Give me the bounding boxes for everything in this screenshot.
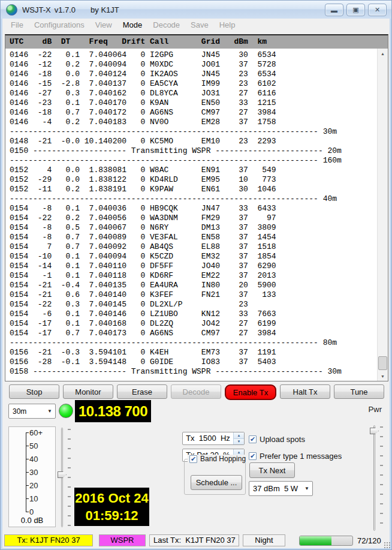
- table-body: 0146 -22 0.1 7.040064 0 I2GPG JN45 30 65…: [5, 49, 378, 381]
- status-tx-message: Tx: K1JT FN20 37: [4, 534, 93, 546]
- slider-groove: [373, 425, 375, 531]
- menu-configurations: Configurations: [29, 20, 90, 29]
- menu-view: View: [90, 20, 117, 29]
- enable-tx-button[interactable]: Enable Tx: [225, 384, 276, 400]
- decode-table: UTC dB DT Freq Drift Call Grid dBm km 01…: [5, 34, 388, 381]
- schedule-button[interactable]: Schedule ...: [191, 475, 242, 490]
- minimize-button[interactable]: ▬: [325, 4, 343, 16]
- maximize-icon: ▣: [352, 6, 358, 14]
- meter-value: 0.0 dB: [9, 516, 55, 525]
- window-title: WSJT-X: [22, 5, 51, 14]
- meter-tick: 50: [26, 441, 38, 450]
- table-row: 0154 -17 0.7 7.040173 0 AG6NS CM97 27 39…: [10, 329, 378, 338]
- status-last-tx: Last Tx: K1JT FN20 37: [149, 534, 239, 546]
- transmit-row: 0150 -------------------- Transmitting W…: [10, 146, 378, 156]
- toolbar: StopMonitorEraseDecodeEnable TxHalt TxTu…: [5, 384, 388, 399]
- table-row: 0154 -14 0.1 7.040110 0 DF5FF JO40 37 62…: [10, 262, 378, 271]
- meter-tick: 60+: [26, 428, 43, 437]
- checkbox-checked-icon: ✔: [249, 452, 257, 460]
- scrollbar-thumb[interactable]: [378, 356, 387, 370]
- scroll-up-icon[interactable]: ▲: [378, 49, 388, 58]
- tx-progress-bar: [299, 536, 353, 546]
- status-night: Night: [243, 534, 285, 546]
- table-row: 0156 -28 -0.1 3.594148 0 G0IDE IO83 37 5…: [10, 357, 378, 367]
- band-separator: ----------------------------------------…: [10, 194, 378, 204]
- table-row: 0146 -22 0.1 7.040064 0 I2GPG JN45 30 65…: [10, 50, 378, 60]
- tx-next-button[interactable]: Tx Next: [249, 462, 295, 478]
- resize-grip[interactable]: [384, 542, 390, 548]
- rx-status-lamp: [59, 404, 73, 418]
- table-row: 0154 -8 0.7 7.040089 0 VE3FAL EN58 37 14…: [10, 233, 378, 242]
- band-separator: ----------------------------------------…: [10, 127, 378, 137]
- table-row: 0154 -10 0.1 7.040094 0 K5CZD EM32 37 18…: [10, 252, 378, 262]
- date-value: 2016 Oct 24: [74, 489, 149, 507]
- tx-freq-spinner[interactable]: Tx 1500 Hz ▲ ▼: [182, 432, 245, 445]
- table-row: 0154 -17 0.1 7.040168 0 DL2ZQ JO42 27 61…: [10, 319, 378, 329]
- maximize-button[interactable]: ▣: [346, 4, 365, 16]
- meter-tick: 40: [26, 455, 38, 464]
- close-button[interactable]: ✕: [368, 4, 387, 16]
- pwr-label: Pwr: [369, 405, 382, 414]
- slider-ticks: [380, 426, 383, 530]
- scroll-down-icon[interactable]: ▼: [378, 371, 388, 381]
- dial-frequency-display[interactable]: 10.138 700: [75, 400, 151, 422]
- power-value: 37 dBm 5 W: [253, 484, 298, 493]
- table-row: 0146 -27 0.3 7.040162 0 DL8YCA JO31 27 6…: [10, 89, 378, 98]
- slider-ticks: [68, 429, 71, 526]
- table-row: 0146 -18 0.7 7.040172 0 AG6NS CM97 27 39…: [10, 108, 378, 118]
- stop-button[interactable]: Stop: [9, 384, 59, 399]
- meter-tick: 0: [26, 507, 34, 516]
- slider-thumb[interactable]: [370, 428, 379, 434]
- slider-thumb[interactable]: [58, 471, 67, 478]
- window-controls: ▬ ▣ ✕: [325, 4, 387, 16]
- table-row: 0154 -21 -0.4 7.040135 0 EA4URA IN80 20 …: [10, 281, 378, 290]
- spinner-arrows[interactable]: ▲ ▼: [233, 432, 244, 444]
- band-hopping-checkbox[interactable]: ✔ Band Hopping: [188, 455, 248, 463]
- band-select[interactable]: 30m ▼: [8, 404, 56, 419]
- monitor-button[interactable]: Monitor: [63, 384, 113, 399]
- table-row: 0154 -8 0.1 7.040036 0 HB9CQK JN47 33 64…: [10, 204, 378, 214]
- halt-tx-button[interactable]: Halt Tx: [280, 384, 330, 399]
- menu-mode[interactable]: Mode: [117, 20, 148, 29]
- table-row: 0154 7 0.7 7.040092 0 AB4QS EL88 37 1518: [10, 242, 378, 252]
- menu-decode: Decode: [147, 20, 185, 29]
- table-row: 0154 -1 0.1 7.040118 0 KD6RF EM22 37 201…: [10, 271, 378, 281]
- meter-tick: 20: [26, 481, 38, 490]
- checkbox-checked-icon: ✔: [189, 455, 197, 463]
- upload-spots-label: Upload spots: [260, 435, 305, 444]
- prefer-type1-checkbox[interactable]: ✔ Prefer type 1 messages: [249, 452, 342, 461]
- meter-tick: 30: [26, 468, 38, 477]
- table-scrollbar[interactable]: ▲ ▼: [377, 49, 388, 381]
- table-row: 0154 -8 0.5 7.040067 0 N6RY DM13 37 3809: [10, 223, 378, 233]
- table-row: 0154 -21 0.6 7.040140 0 K3FEF FN21 37 13…: [10, 290, 378, 300]
- erase-button[interactable]: Erase: [117, 384, 167, 399]
- pwr-slider[interactable]: [369, 425, 383, 531]
- menu-save: Save: [185, 20, 214, 29]
- band-separator: ----------------------------------------…: [10, 338, 378, 348]
- title-bar: WSJT-X v1.7.0 by K1JT ▬ ▣ ✕: [1, 1, 391, 19]
- upload-spots-checkbox[interactable]: ✔ Upload spots: [249, 435, 305, 444]
- tx-progress-count: 72/120: [357, 536, 381, 545]
- table-row: 0152 4 0.0 1.838081 0 W8AC EN91 37 549: [10, 166, 378, 175]
- status-mode-badge: WSPR: [99, 534, 146, 546]
- window-byline: by K1JT: [91, 5, 119, 14]
- power-select[interactable]: 37 dBm 5 W ▼: [249, 481, 313, 496]
- band-value: 30m: [13, 407, 26, 416]
- table-header: UTC dB DT Freq Drift Call Grid dBm km: [5, 35, 388, 49]
- wsjtx-globe-icon: [6, 4, 17, 16]
- table-row: 0146 -15 -2.8 7.040137 0 EA5CYA IM99 23 …: [10, 79, 378, 89]
- chevron-down-icon: ▼: [304, 486, 309, 491]
- table-row: 0152 -29 0.0 1.838122 0 KD4RLD EM95 10 7…: [10, 175, 378, 185]
- tx-freq-value: Tx 1500 Hz: [183, 432, 233, 444]
- window-version: v1.7.0: [55, 5, 76, 14]
- close-icon: ✕: [375, 6, 380, 14]
- table-row: 0154 -22 0.2 7.040056 0 WA3DNM FM29 37 9…: [10, 214, 378, 223]
- table-row: 0148 -21 -0.0 10.140200 0 KC5MO EM10 23 …: [10, 137, 378, 146]
- tune-button[interactable]: Tune: [334, 384, 384, 399]
- spin-down-icon: ▼: [234, 439, 244, 445]
- rx-gain-slider[interactable]: [56, 428, 71, 527]
- chevron-down-icon: ▼: [47, 408, 52, 414]
- spin-up-icon: ▲: [234, 432, 244, 439]
- status-bar: Tx: K1JT FN20 37 WSPR Last Tx: K1JT FN20…: [2, 533, 390, 548]
- time-value: 01:59:12: [74, 507, 149, 524]
